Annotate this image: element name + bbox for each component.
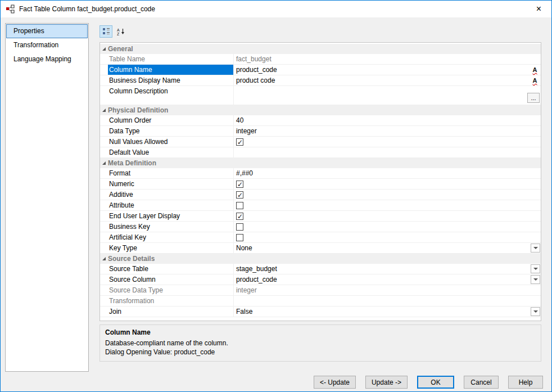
property-row-business-display-name[interactable]: Business Display Name product code A: [100, 75, 541, 86]
property-row-null-values-allowed[interactable]: Null Values Allowed: [100, 137, 541, 147]
chevron-down-icon: [533, 278, 538, 281]
property-value[interactable]: product_code: [234, 274, 541, 285]
property-grid: General Table Name fact_budget Column Na…: [99, 42, 541, 321]
property-label: Business Key: [108, 222, 234, 232]
property-value[interactable]: False: [234, 307, 541, 317]
property-value[interactable]: stage_budget: [234, 264, 541, 274]
property-row-format[interactable]: Format #,##0: [100, 168, 541, 179]
section-title: Meta Definition: [108, 158, 156, 168]
svg-text:A: A: [117, 28, 120, 32]
property-value[interactable]: [234, 86, 541, 105]
categorized-icon: [102, 28, 110, 35]
additive-checkbox[interactable]: [236, 191, 243, 199]
section-header-physical-definition[interactable]: Physical Definition: [100, 105, 541, 115]
property-row-join[interactable]: Join False: [100, 307, 541, 317]
section-title: Source Details: [108, 254, 155, 264]
property-row-column-name[interactable]: Column Name product_code A: [100, 65, 541, 75]
property-label: Key Type: [108, 243, 234, 253]
property-row-key-type[interactable]: Key Type None: [100, 243, 541, 254]
section-title: Physical Definition: [108, 105, 168, 115]
close-icon: ×: [536, 4, 541, 14]
font-icon[interactable]: A: [531, 76, 539, 85]
svg-text:Z: Z: [117, 32, 120, 36]
update-right-button[interactable]: Update ->: [365, 376, 408, 389]
property-label: Table Name: [108, 54, 234, 64]
property-row-additive[interactable]: Additive: [100, 190, 541, 200]
end-user-layer-display-checkbox[interactable]: [236, 213, 243, 220]
sidebar-item-language-mapping[interactable]: Language Mapping: [6, 52, 88, 66]
property-value[interactable]: #,##0: [234, 168, 541, 178]
property-row-source-data-type[interactable]: Source Data Type integer: [100, 285, 541, 296]
footer-buttons: <- Update Update -> OK Cancel Help: [314, 376, 543, 389]
sidebar-item-properties[interactable]: Properties: [6, 24, 88, 38]
property-label: End User Layer Display: [108, 211, 234, 221]
source-column-dropdown[interactable]: [531, 275, 540, 284]
property-label: Default Value: [108, 147, 234, 157]
sidebar-item-transformation[interactable]: Transformation: [6, 38, 88, 52]
property-label: Join: [108, 307, 234, 317]
sort-alphabetical-icon: A Z: [117, 28, 125, 35]
artificial-key-checkbox[interactable]: [236, 234, 243, 241]
property-row-attribute[interactable]: Attribute: [100, 200, 541, 211]
chevron-down-icon: [533, 310, 538, 313]
chevron-down-icon: [533, 268, 538, 270]
property-row-numeric[interactable]: Numeric: [100, 179, 541, 190]
null-values-checkbox[interactable]: [236, 138, 243, 146]
property-value[interactable]: product_code: [234, 65, 541, 75]
dialog-window: { "window": { "title": "Fact Table Colum…: [0, 0, 552, 392]
property-row-source-column[interactable]: Source Column product_code: [100, 274, 541, 285]
property-label: Additive: [108, 190, 234, 200]
help-button[interactable]: Help: [508, 376, 543, 389]
property-label: Artificial Key: [108, 232, 234, 242]
numeric-checkbox[interactable]: [236, 181, 243, 188]
section-header-source-details[interactable]: Source Details: [100, 254, 541, 264]
business-key-checkbox[interactable]: [236, 223, 243, 231]
property-value[interactable]: None: [234, 243, 541, 253]
section-header-meta-definition[interactable]: Meta Definition: [100, 158, 541, 168]
section-header-general[interactable]: General: [100, 44, 541, 54]
description-title: Column Name: [105, 328, 536, 336]
property-label: Null Values Allowed: [108, 137, 234, 147]
sort-alphabetical-button[interactable]: A Z: [114, 25, 127, 38]
collapse-arrow-icon[interactable]: [102, 161, 106, 165]
grid-toolbar: A Z: [99, 25, 127, 38]
property-value[interactable]: integer: [234, 126, 541, 136]
property-value[interactable]: product code: [234, 75, 541, 85]
property-row-column-description[interactable]: Column Description ...: [100, 86, 541, 105]
property-label: Data Type: [108, 126, 234, 136]
description-line: Database-compliant name of the column.: [105, 339, 536, 348]
ok-button[interactable]: OK: [417, 376, 454, 389]
update-left-button[interactable]: <- Update: [314, 376, 356, 389]
property-label: Column Name: [108, 65, 234, 75]
attribute-checkbox[interactable]: [236, 202, 243, 209]
property-row-column-order[interactable]: Column Order 40: [100, 115, 541, 126]
categorized-view-button[interactable]: [99, 25, 112, 38]
property-label: Column Description: [108, 86, 234, 105]
cancel-button[interactable]: Cancel: [464, 376, 499, 389]
font-icon[interactable]: A: [531, 66, 539, 74]
property-row-default-value[interactable]: Default Value: [100, 147, 541, 158]
property-value[interactable]: [234, 147, 541, 157]
key-type-dropdown[interactable]: [531, 244, 540, 253]
collapse-arrow-icon[interactable]: [102, 109, 106, 112]
property-row-source-table[interactable]: Source Table stage_budget: [100, 264, 541, 274]
property-row-transformation[interactable]: Transformation: [100, 296, 541, 307]
property-row-business-key[interactable]: Business Key: [100, 222, 541, 232]
property-label: Attribute: [108, 200, 234, 210]
property-row-end-user-layer-display[interactable]: End User Layer Display: [100, 211, 541, 222]
join-dropdown[interactable]: [531, 307, 540, 316]
collapse-arrow-icon[interactable]: [102, 47, 106, 51]
close-button[interactable]: ×: [526, 1, 551, 17]
description-panel: Column Name Database-compliant name of t…: [99, 325, 541, 362]
property-value[interactable]: 40: [234, 115, 541, 125]
property-row-artificial-key[interactable]: Artificial Key: [100, 232, 541, 243]
property-label: Source Data Type: [108, 285, 234, 295]
collapse-arrow-icon[interactable]: [102, 257, 106, 260]
property-row-data-type[interactable]: Data Type integer: [100, 126, 541, 137]
property-label: Column Order: [108, 115, 234, 125]
property-label: Transformation: [108, 296, 234, 306]
source-table-dropdown[interactable]: [531, 264, 540, 273]
property-row-table-name[interactable]: Table Name fact_budget: [100, 54, 541, 65]
property-label: Source Table: [108, 264, 234, 274]
ellipsis-button[interactable]: ...: [527, 93, 540, 103]
